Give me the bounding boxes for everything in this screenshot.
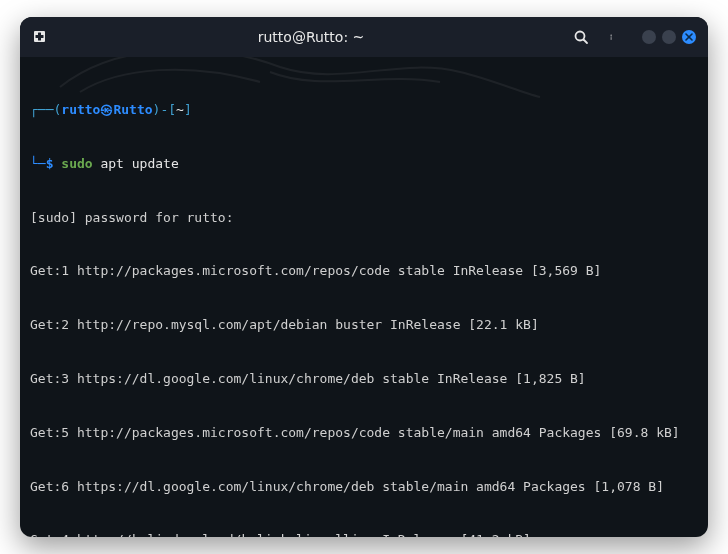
titlebar-right [572,28,696,46]
window-controls [642,30,696,44]
svg-point-5 [611,35,612,36]
titlebar: rutto@Rutto: ~ [20,17,708,57]
cmd-sudo: sudo [61,156,92,171]
terminal-window: rutto@Rutto: ~ ┌──(rutto㉿Rutto)-[~] └─$ … [20,17,708,537]
output-line: Get:5 http://packages.microsoft.com/repo… [30,424,698,442]
maximize-button[interactable] [662,30,676,44]
prompt-host: Rutto [113,102,152,117]
minimize-button[interactable] [642,30,656,44]
prompt-line-2: └─$ sudo apt update [30,155,698,173]
new-tab-icon[interactable] [32,28,50,46]
menu-icon[interactable] [604,28,622,46]
window-title: rutto@Rutto: ~ [60,29,562,45]
prompt-symbol: $ [46,156,54,171]
svg-line-4 [584,40,588,44]
output-line: [sudo] password for rutto: [30,209,698,227]
output-line: Get:4 http://kali.download/kali kali-rol… [30,531,698,537]
cmd-rest: apt update [100,156,178,171]
prompt-user: rutto [61,102,100,117]
svg-point-6 [611,36,612,37]
output-line: Get:3 https://dl.google.com/linux/chrome… [30,370,698,388]
output-line: Get:2 http://repo.mysql.com/apt/debian b… [30,316,698,334]
svg-point-7 [611,38,612,39]
search-icon[interactable] [572,28,590,46]
prompt-path: ~ [176,102,184,117]
terminal-body[interactable]: ┌──(rutto㉿Rutto)-[~] └─$ sudo apt update… [20,57,708,537]
output-line: Get:1 http://packages.microsoft.com/repo… [30,262,698,280]
prompt-at: ㉿ [100,102,113,117]
close-button[interactable] [682,30,696,44]
output-line: Get:6 https://dl.google.com/linux/chrome… [30,478,698,496]
prompt-line-1: ┌──(rutto㉿Rutto)-[~] [30,101,698,119]
svg-rect-2 [36,35,44,38]
